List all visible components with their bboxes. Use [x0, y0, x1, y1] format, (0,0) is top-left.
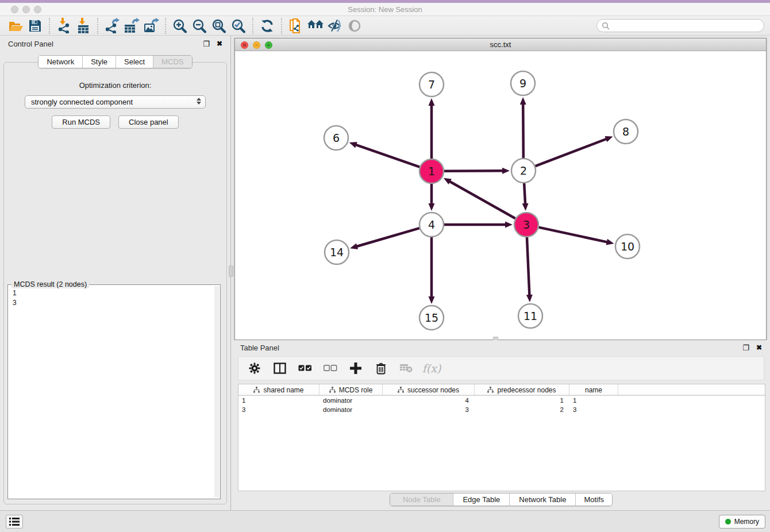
tab-network[interactable]: Network [38, 56, 82, 68]
toolbar-separator [252, 18, 253, 34]
table-settings-gear-icon[interactable] [248, 361, 261, 375]
clone-network-icon[interactable] [286, 17, 306, 34]
column-sort-icon [329, 387, 336, 393]
zoom-fit-icon[interactable] [209, 17, 229, 34]
close-panel-icon[interactable]: ✖ [217, 40, 222, 48]
window-title: Session: New Session [0, 5, 770, 14]
delete-column-trash-icon[interactable] [374, 361, 388, 375]
criterion-value: strongly connected component [31, 98, 133, 106]
table-cell: 4 [383, 397, 475, 404]
tab-node-table[interactable]: Node Table [390, 494, 453, 506]
network-window-titlebar[interactable]: ✕ − + scc.txt [235, 38, 766, 51]
column-header-shared-name[interactable]: shared name [238, 384, 319, 395]
open-session-icon[interactable] [6, 17, 25, 34]
graph-edge-2-3[interactable] [524, 183, 525, 205]
graph-node-label: 2 [520, 164, 527, 177]
column-visibility-icon[interactable] [273, 361, 287, 375]
zoom-selected-icon[interactable] [229, 17, 248, 34]
graph-edge-3-11[interactable] [527, 237, 529, 296]
home-view-icon[interactable] [306, 17, 325, 34]
run-mcds-button[interactable]: Run MCDS [52, 115, 110, 129]
search-field[interactable] [596, 19, 764, 32]
table-toolbar: f(x) [238, 356, 764, 380]
status-bar: Memory [0, 510, 770, 532]
graph-edge-1-2[interactable] [444, 171, 503, 171]
graph-node-label: 9 [519, 77, 526, 90]
vertical-splitter-handle[interactable] [229, 265, 233, 277]
export-network-icon[interactable] [102, 17, 122, 34]
graph-edge-arrowhead [429, 98, 435, 106]
tab-network-table[interactable]: Network Table [509, 494, 575, 506]
tab-mcds[interactable]: MCDS [153, 56, 191, 68]
graph-edge-4-14[interactable] [356, 228, 419, 246]
import-network-icon[interactable] [54, 17, 74, 34]
import-table-icon[interactable] [74, 17, 93, 34]
select-all-rows-icon[interactable] [298, 361, 312, 375]
graph-edge-arrowhead [606, 239, 614, 245]
network-graph[interactable]: 7968124314101511 [235, 51, 766, 340]
graph-node-label: 8 [622, 125, 629, 138]
network-window-title: scc.txt [235, 40, 766, 49]
graph-node-label: 14 [330, 246, 344, 259]
delete-table-icon [399, 361, 413, 375]
search-input[interactable] [610, 21, 764, 31]
column-header-MCDS-role[interactable]: MCDS role [319, 384, 383, 395]
control-panel: Control Panel ❐ ✖ Network Style Select M… [0, 36, 231, 510]
table-panel: Table Panel ❐ ✖ f(x) shared nameMCDS rol… [232, 340, 770, 510]
criterion-dropdown[interactable]: strongly connected component [25, 95, 206, 109]
graph-edge-arrowhead [505, 222, 513, 228]
column-header-successor-nodes[interactable]: successor nodes [383, 384, 475, 395]
main-toolbar [0, 16, 770, 36]
table-row[interactable]: 3dominator323 [238, 405, 765, 414]
show-hidden-eye-icon[interactable] [345, 17, 364, 34]
refresh-icon[interactable] [257, 17, 277, 34]
tab-motifs[interactable]: Motifs [575, 494, 612, 506]
table-tab-bar: Node Table Edge Table Network Table Moti… [390, 493, 613, 506]
titlebar: Session: New Session [0, 3, 770, 16]
mcds-result-text[interactable]: 1 3 [8, 286, 214, 499]
memory-button[interactable]: Memory [719, 515, 765, 529]
graph-edge-3-1[interactable] [449, 181, 515, 218]
list-icon [9, 518, 20, 526]
table-cell: 1 [569, 397, 618, 404]
column-header-name[interactable]: name [569, 384, 618, 395]
save-session-icon[interactable] [25, 17, 45, 34]
add-column-plus-icon[interactable] [349, 361, 363, 375]
export-image-icon[interactable] [141, 17, 161, 34]
column-header-predecessor-nodes[interactable]: predecessor nodes [475, 384, 569, 395]
graph-edge-arrowhead [526, 295, 533, 302]
tab-style[interactable]: Style [82, 56, 116, 68]
function-builder-icon: f(x) [425, 361, 438, 375]
graph-edge-arrowhead [605, 136, 613, 142]
export-table-icon[interactable] [122, 17, 141, 34]
zoom-out-icon[interactable] [190, 17, 209, 34]
network-canvas[interactable]: 7968124314101511 [235, 51, 766, 340]
graph-edge-1-6[interactable] [355, 145, 419, 167]
graph-edge-2-8[interactable] [536, 138, 607, 166]
table-cell: 1 [475, 397, 569, 404]
optimization-criterion-label: Optimization criterion: [4, 81, 226, 90]
table-close-icon[interactable]: ✖ [756, 344, 762, 352]
hide-selected-eye-slash-icon[interactable] [325, 17, 345, 34]
close-panel-button[interactable]: Close panel [118, 115, 179, 129]
table-cell: 2 [475, 406, 569, 413]
graph-node-label: 4 [428, 218, 435, 231]
graph-node-label: 1 [428, 165, 435, 178]
zoom-in-icon[interactable] [170, 17, 190, 34]
control-panel-title: Control Panel [8, 40, 196, 48]
tab-select[interactable]: Select [116, 56, 153, 68]
float-panel-icon[interactable]: ❐ [203, 40, 210, 48]
result-scrollbar[interactable] [214, 286, 220, 498]
toolbar-separator [49, 18, 50, 34]
graph-edge-arrowhead [350, 243, 358, 249]
table-float-icon[interactable]: ❐ [742, 344, 749, 352]
table-row[interactable]: 1dominator411 [238, 396, 765, 405]
table-cell: 3 [238, 406, 319, 413]
graph-edge-arrowhead [520, 97, 526, 105]
deselect-all-rows-icon[interactable] [324, 361, 337, 375]
graph-edge-3-10[interactable] [539, 228, 608, 242]
graph-edge-2-9[interactable] [523, 103, 523, 158]
search-icon [602, 22, 610, 30]
tab-edge-table[interactable]: Edge Table [453, 494, 509, 506]
task-history-button[interactable] [6, 515, 23, 529]
